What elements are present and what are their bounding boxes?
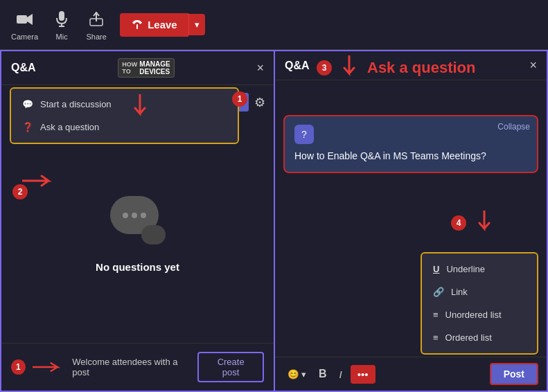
ordered-list-label: Ordered list xyxy=(445,332,492,343)
right-panel-header: Q&A × xyxy=(275,51,547,80)
camera-icon xyxy=(14,8,36,30)
bold-button[interactable]: B xyxy=(315,365,331,383)
svg-rect-0 xyxy=(17,15,27,24)
left-panel: Q&A HOWTO MANAGEDEVICES × 1 👤 xyxy=(1,51,275,391)
empty-chat-icon xyxy=(110,196,166,244)
unordered-list-option[interactable]: ≡ Unordered list xyxy=(422,303,537,326)
more-options-button[interactable]: ••• xyxy=(351,365,375,384)
how-to-badge: HOWTO MANAGEDEVICES xyxy=(118,58,174,78)
bottom-step-badge: 1 xyxy=(11,359,26,375)
underline-option[interactable]: U Underline xyxy=(422,258,537,280)
ask-question-option[interactable]: ❓ Ask a question xyxy=(11,116,238,139)
leave-chevron-button[interactable]: ▾ xyxy=(188,14,205,35)
svg-marker-1 xyxy=(27,14,33,25)
share-control[interactable]: Share xyxy=(85,8,107,41)
collapse-link[interactable]: Collapse xyxy=(497,122,530,132)
emoji-icon: 😊 xyxy=(288,369,299,380)
discussion-icon: 💬 xyxy=(22,99,33,109)
svg-rect-7 xyxy=(136,24,138,29)
question-card: Collapse ? How to Enable Q&A in MS Teams… xyxy=(283,115,538,173)
start-discussion-option[interactable]: 💬 Start a discussion xyxy=(11,93,238,116)
create-post-button[interactable]: Create post xyxy=(197,352,264,382)
ask-question-label: Ask a question xyxy=(40,122,99,132)
discussion-dropdown-menu: 💬 Start a discussion ❓ Ask a question xyxy=(10,87,239,144)
camera-label: Camera xyxy=(11,33,38,41)
main-area: Q&A HOWTO MANAGEDEVICES × 1 👤 xyxy=(0,50,548,392)
right-panel-title: Q&A xyxy=(285,60,310,72)
welcome-text: Welcome attendees with a post xyxy=(72,357,191,377)
italic-button[interactable]: I xyxy=(335,366,346,383)
toolbar: Camera Mic Share xyxy=(0,0,548,50)
right-panel: Q&A × 3 Ask a question Collapse ? How to… xyxy=(275,51,547,391)
ordered-list-icon: ≡ xyxy=(433,332,439,343)
link-label: Link xyxy=(451,287,468,297)
share-label: Share xyxy=(86,33,106,41)
leave-label: Leave xyxy=(148,19,177,30)
right-panel-close-button[interactable]: × xyxy=(529,58,537,73)
dot2 xyxy=(132,213,137,218)
emoji-chevron: ▾ xyxy=(301,369,306,380)
share-icon xyxy=(85,8,107,30)
dot1 xyxy=(123,213,128,218)
editor-toolbar: 😊 ▾ B I ••• Post xyxy=(275,357,547,391)
link-option[interactable]: 🔗 Link xyxy=(422,280,537,303)
question-card-icon: ? xyxy=(294,125,314,144)
left-panel-close-button[interactable]: × xyxy=(256,61,264,75)
bottom-arrow xyxy=(33,360,65,374)
ordered-list-option[interactable]: ≡ Ordered list xyxy=(422,326,537,349)
format-dropdown-menu: U Underline 🔗 Link ≡ Unordered list ≡ Or… xyxy=(421,252,538,355)
bottom-create-area: 1 Welcome attendees with a post Create p… xyxy=(1,343,274,391)
underline-label: Underline xyxy=(446,264,485,274)
unordered-list-icon: ≡ xyxy=(433,310,439,320)
question-text: How to Enable Q&A in MS Teams Meetings? xyxy=(294,150,527,163)
emoji-button[interactable]: 😊 ▾ xyxy=(283,366,310,382)
start-discussion-label: Start a discussion xyxy=(40,99,112,109)
how-to-text: HOWTO xyxy=(122,61,137,75)
empty-state: No questions yet xyxy=(1,119,274,343)
question-icon-small: ❓ xyxy=(22,122,33,132)
empty-title: No questions yet xyxy=(96,261,179,273)
bottom-step-num: 1 xyxy=(16,362,21,372)
leave-group: Leave ▾ xyxy=(120,13,205,37)
bubble-small xyxy=(141,225,166,244)
settings-button[interactable]: ⚙ xyxy=(254,95,265,110)
dot3 xyxy=(141,213,146,218)
underline-icon: U xyxy=(433,264,439,274)
svg-rect-2 xyxy=(59,11,64,21)
leave-button[interactable]: Leave xyxy=(120,13,188,37)
mic-label: Mic xyxy=(56,33,68,41)
post-button[interactable]: Post xyxy=(490,363,538,385)
camera-control[interactable]: Camera xyxy=(11,8,38,41)
left-panel-title: Q&A xyxy=(11,62,36,74)
mic-icon xyxy=(51,8,73,30)
unordered-list-label: Unordered list xyxy=(445,310,502,320)
link-icon: 🔗 xyxy=(433,287,444,297)
left-panel-header: Q&A HOWTO MANAGEDEVICES × xyxy=(1,51,274,85)
mic-control[interactable]: Mic xyxy=(51,8,73,41)
manage-devices-text: MANAGEDEVICES xyxy=(139,60,170,75)
